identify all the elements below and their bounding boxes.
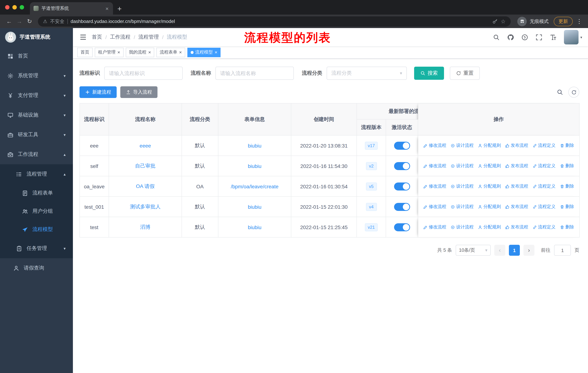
sidebar-item-process-model[interactable]: 流程模型 [0, 220, 73, 239]
update-button[interactable]: 更新 [554, 17, 573, 26]
close-icon[interactable]: × [148, 50, 151, 55]
tab-close-icon[interactable]: × [105, 5, 109, 11]
assign-rule-link[interactable]: 分配规则 [478, 183, 501, 190]
category-select[interactable]: 流程分类 ▾ [327, 67, 407, 80]
design-process-link[interactable]: 设计流程 [451, 224, 473, 230]
model-name-link[interactable]: 自己审批 [135, 163, 156, 169]
breadcrumb-item[interactable]: 首页 [92, 34, 102, 40]
security-label[interactable]: 不安全 [50, 18, 64, 25]
toggle-search-icon[interactable] [557, 89, 563, 95]
publish-process-link[interactable]: 发布流程 [505, 224, 528, 230]
fullscreen-icon[interactable] [536, 34, 542, 40]
tag-process-model[interactable]: 流程模型 × [187, 48, 221, 57]
assign-rule-link[interactable]: 分配规则 [478, 143, 501, 149]
zoom-window-button[interactable] [20, 5, 24, 10]
new-tab-button[interactable]: + [117, 5, 122, 12]
form-info-link[interactable]: biubiu [248, 204, 262, 210]
publish-process-link[interactable]: 发布流程 [505, 163, 528, 169]
font-size-icon[interactable] [550, 34, 557, 40]
back-icon[interactable]: ← [4, 18, 14, 25]
close-window-button[interactable] [5, 5, 10, 10]
process-definition-link[interactable]: 流程定义 [533, 163, 556, 169]
design-process-link[interactable]: 设计流程 [451, 163, 473, 169]
reload-icon[interactable]: ↻ [25, 18, 34, 25]
design-process-link[interactable]: 设计流程 [451, 143, 473, 149]
publish-process-link[interactable]: 发布流程 [505, 204, 528, 210]
browser-menu-icon[interactable]: ⋮ [575, 18, 584, 25]
design-process-link[interactable]: 设计流程 [451, 183, 473, 190]
edit-process-link[interactable]: 修改流程 [423, 183, 446, 190]
sidebar-item-devtools[interactable]: 研发工具 ▾ [0, 125, 73, 145]
current-page-button[interactable]: 1 [509, 245, 520, 256]
close-icon[interactable]: × [215, 50, 217, 55]
sidebar-item-home[interactable]: 首页 [0, 46, 73, 66]
publish-process-link[interactable]: 发布流程 [505, 183, 528, 190]
tag-my-process[interactable]: 我的流程 × [126, 48, 154, 57]
form-info-link[interactable]: biubiu [248, 163, 262, 169]
assign-rule-link[interactable]: 分配规则 [478, 163, 501, 169]
process-definition-link[interactable]: 流程定义 [533, 143, 556, 149]
search-icon[interactable] [493, 34, 500, 40]
avatar[interactable] [564, 30, 578, 44]
edit-process-link[interactable]: 修改流程 [423, 224, 446, 230]
delete-link[interactable]: 删除 [560, 163, 574, 169]
process-definition-link[interactable]: 流程定义 [533, 183, 556, 190]
address-bar[interactable]: ⚠ 不安全 dashboard.yudao.iocoder.cn/bpm/man… [38, 16, 511, 26]
sidebar-item-process-form[interactable]: 流程表单 [0, 184, 73, 202]
sidebar-item-system[interactable]: 系统管理 ▾ [0, 66, 73, 86]
assign-rule-link[interactable]: 分配规则 [478, 224, 501, 230]
active-toggle[interactable] [394, 141, 410, 150]
publish-process-link[interactable]: 发布流程 [505, 143, 528, 149]
tag-home[interactable]: 首页 [77, 48, 93, 57]
edit-process-link[interactable]: 修改流程 [423, 163, 446, 169]
help-icon[interactable] [521, 34, 528, 40]
tag-process-form[interactable]: 流程表单 × [156, 48, 185, 57]
page-size-select[interactable]: 10条/页 ▾ [456, 245, 491, 256]
process-definition-link[interactable]: 流程定义 [533, 204, 556, 210]
process-id-input[interactable] [104, 67, 183, 80]
close-icon[interactable]: × [179, 50, 182, 55]
user-menu[interactable]: ▾ [564, 30, 582, 44]
minimize-window-button[interactable] [12, 5, 17, 10]
next-page-button[interactable]: › [524, 245, 535, 256]
hamburger-icon[interactable] [79, 33, 87, 41]
form-info-link[interactable]: biubiu [248, 143, 262, 148]
model-name-link[interactable]: eeee [140, 143, 151, 148]
sidebar-item-leave-query[interactable]: 请假查询 [0, 258, 73, 278]
forward-icon[interactable]: → [15, 18, 24, 25]
assign-rule-link[interactable]: 分配规则 [478, 204, 501, 210]
sidebar-item-workflow[interactable]: 工作流程 ▴ [0, 145, 73, 164]
import-process-button[interactable]: 导入流程 [120, 86, 158, 98]
goto-page-input[interactable] [554, 245, 571, 256]
model-name-link[interactable]: OA 请假 [136, 183, 155, 189]
prev-page-button[interactable]: ‹ [494, 245, 505, 256]
close-icon[interactable]: × [117, 50, 120, 55]
design-process-link[interactable]: 设计流程 [451, 204, 473, 210]
edit-process-link[interactable]: 修改流程 [423, 143, 446, 149]
delete-link[interactable]: 删除 [560, 204, 574, 210]
form-info-link[interactable]: biubiu [248, 224, 262, 230]
sidebar-item-task-management[interactable]: 任务管理 ▾ [0, 239, 73, 258]
process-definition-link[interactable]: 流程定义 [533, 224, 556, 230]
refresh-table-button[interactable] [568, 87, 579, 98]
reset-button[interactable]: 重置 [450, 67, 480, 80]
model-name-link[interactable]: 滔博 [140, 224, 150, 230]
delete-link[interactable]: 删除 [560, 143, 574, 149]
sidebar-item-process-management[interactable]: 流程管理 ▴ [0, 164, 73, 184]
active-toggle[interactable] [394, 223, 410, 231]
sidebar-item-payment[interactable]: 支付管理 ▾ [0, 86, 73, 105]
sidebar-item-infrastructure[interactable]: 基础设施 ▾ [0, 105, 73, 125]
edit-process-link[interactable]: 修改流程 [423, 204, 446, 210]
github-icon[interactable] [507, 34, 514, 40]
breadcrumb-item[interactable]: 流程管理 [138, 34, 159, 40]
model-name-link[interactable]: 测试多审批人 [130, 203, 161, 209]
form-info-link[interactable]: /bpm/oa/leave/create [231, 183, 279, 189]
delete-link[interactable]: 删除 [560, 224, 574, 230]
breadcrumb-item[interactable]: 工作流程 [110, 34, 130, 40]
search-button[interactable]: 搜索 [414, 67, 444, 80]
process-name-input[interactable] [215, 67, 294, 80]
active-toggle[interactable] [394, 203, 410, 211]
active-toggle[interactable] [394, 182, 410, 190]
bookmark-star-icon[interactable]: ☆ [501, 18, 506, 25]
tag-tenant[interactable]: 租户管理 × [95, 48, 123, 57]
